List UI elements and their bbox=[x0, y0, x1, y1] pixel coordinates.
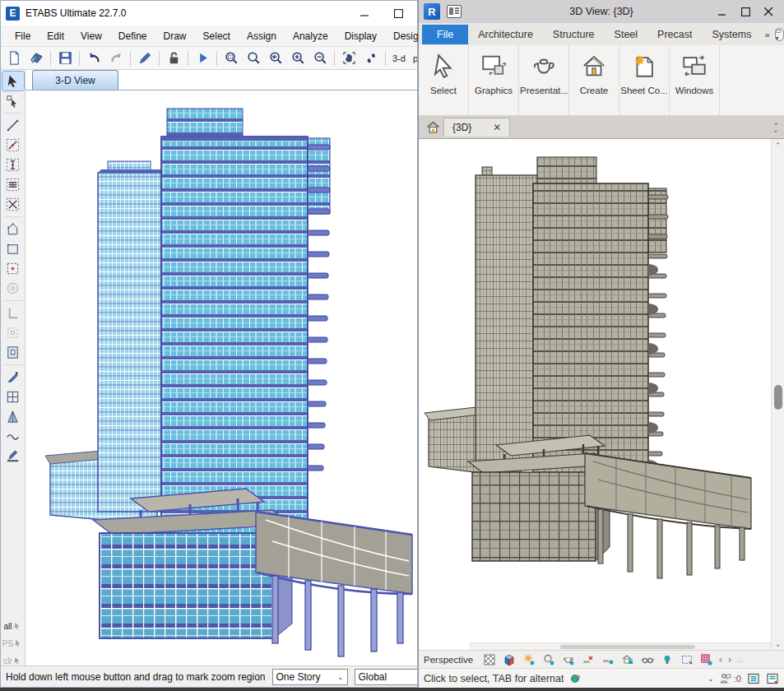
undo-button[interactable] bbox=[84, 49, 104, 68]
draw-poly-area-button[interactable] bbox=[2, 220, 24, 239]
prev-view-icon[interactable]: ‹ bbox=[719, 654, 722, 665]
selection-box-icon[interactable] bbox=[680, 652, 694, 666]
draw-wall-opening-button[interactable] bbox=[2, 343, 24, 362]
ribbon-tab-structure[interactable]: Structure bbox=[543, 25, 605, 44]
etabs-titlebar[interactable]: E ETABS Ultimate 22.7.0 bbox=[1, 1, 417, 26]
panel-select[interactable]: Select bbox=[419, 45, 469, 115]
redo-button[interactable] bbox=[106, 49, 126, 68]
menu-select[interactable]: Select bbox=[196, 28, 238, 44]
draw-circle-button[interactable] bbox=[2, 279, 24, 298]
horizontal-scrollbar[interactable] bbox=[470, 642, 771, 650]
revit-logo-icon[interactable]: R bbox=[424, 3, 440, 20]
ribbon-tab-file[interactable]: File bbox=[422, 25, 468, 44]
select-all-button[interactable]: all bbox=[3, 614, 21, 631]
restore-full-view-button[interactable] bbox=[244, 49, 263, 68]
draw-curve-button[interactable] bbox=[2, 427, 24, 446]
scroll-up-icon[interactable]: ⌃ bbox=[772, 139, 784, 152]
crop-region-icon[interactable] bbox=[601, 652, 615, 666]
zoom-out-button[interactable] bbox=[310, 49, 330, 68]
panel-presentation[interactable]: Presentat... bbox=[519, 45, 569, 115]
edit-pencil-button[interactable] bbox=[135, 49, 155, 68]
vscroll-thumb[interactable] bbox=[774, 385, 782, 410]
home-button[interactable] bbox=[422, 118, 443, 137]
draw-ramp-button[interactable] bbox=[2, 407, 24, 426]
menu-view[interactable]: View bbox=[73, 28, 109, 44]
draw-area-opening-button[interactable] bbox=[2, 323, 24, 342]
open-model-button[interactable] bbox=[26, 49, 46, 68]
draw-beam-button[interactable] bbox=[2, 175, 24, 194]
ribbon-tab-architecture[interactable]: Architecture bbox=[468, 25, 543, 44]
save-button[interactable] bbox=[55, 49, 75, 68]
ribbon-tab-systems[interactable]: Systems bbox=[702, 25, 761, 44]
render-icon[interactable] bbox=[561, 652, 575, 666]
panel-graphics[interactable]: Graphics bbox=[469, 45, 519, 115]
ribbon-overflow-button[interactable]: » bbox=[764, 30, 768, 39]
perspective-label[interactable]: Perspective bbox=[424, 655, 473, 665]
temporary-hide-icon[interactable] bbox=[640, 652, 654, 666]
draw-frame-button[interactable] bbox=[2, 136, 24, 155]
sun-path-icon[interactable] bbox=[522, 652, 536, 666]
status-dropdown-icon[interactable]: ⌄ bbox=[707, 675, 714, 683]
scroll-down-icon[interactable]: ⌃ bbox=[772, 637, 784, 650]
etabs-minimize-button[interactable] bbox=[350, 4, 378, 22]
menu-assign[interactable]: Assign bbox=[239, 28, 284, 44]
view-scale-icon[interactable] bbox=[482, 652, 496, 666]
coordinate-system-dropdown[interactable]: Global⌄ bbox=[355, 669, 417, 685]
menu-display[interactable]: Display bbox=[337, 28, 384, 44]
draw-rect-area-button[interactable] bbox=[2, 239, 24, 258]
ribbon-tab-steel[interactable]: Steel bbox=[605, 25, 648, 44]
menu-draw[interactable]: Draw bbox=[156, 28, 194, 44]
view-3d-button[interactable]: 3-d bbox=[390, 53, 408, 63]
revit-titlebar[interactable]: R 3D View: {3D} bbox=[419, 0, 784, 23]
crop-view-off-icon[interactable] bbox=[581, 652, 595, 666]
draw-column-button[interactable] bbox=[2, 155, 24, 174]
close-view-icon[interactable]: ✕ bbox=[493, 122, 501, 133]
revit-maximize-button[interactable] bbox=[735, 3, 756, 20]
rubber-band-zoom-button[interactable] bbox=[221, 49, 241, 68]
panel-windows[interactable]: Windows bbox=[670, 45, 720, 115]
next-view-icon[interactable]: › bbox=[728, 654, 731, 665]
story-mode-dropdown[interactable]: One Story⌄ bbox=[272, 669, 348, 685]
draw-brace-button[interactable] bbox=[2, 195, 24, 214]
lock-model-button[interactable] bbox=[164, 49, 183, 68]
new-model-button[interactable] bbox=[4, 49, 24, 68]
panel-create[interactable]: Create bbox=[569, 45, 619, 115]
reshape-object-button[interactable] bbox=[2, 91, 24, 110]
menu-file[interactable]: File bbox=[7, 28, 38, 44]
walkthrough-button[interactable] bbox=[361, 49, 381, 68]
menu-define[interactable]: Define bbox=[111, 28, 155, 44]
properties-palette-icon[interactable] bbox=[447, 5, 462, 18]
visual-style-icon[interactable] bbox=[502, 652, 516, 666]
draw-wall-stack-button[interactable] bbox=[2, 304, 24, 322]
edit-list-icon[interactable] bbox=[765, 671, 779, 685]
revit-minimize-button[interactable] bbox=[712, 3, 733, 20]
hscroll-thumb[interactable] bbox=[560, 645, 696, 649]
filter-list-icon[interactable] bbox=[746, 671, 760, 685]
etabs-3d-viewport[interactable]: 3-D View bbox=[26, 70, 417, 665]
plan-view-button[interactable]: plan bbox=[411, 53, 417, 64]
draw-spandrel-button[interactable] bbox=[2, 368, 24, 387]
view-tab-3d[interactable]: {3D} ✕ bbox=[443, 118, 510, 137]
panel-sheet-composition[interactable]: Sheet Co... bbox=[619, 45, 670, 115]
pan-button[interactable] bbox=[339, 49, 359, 68]
draw-joint-button[interactable] bbox=[2, 116, 24, 135]
clear-selection-button[interactable]: clr bbox=[3, 649, 22, 665]
revit-3d-viewport[interactable]: ⌃ ⌃ bbox=[419, 138, 784, 650]
draw-window-button[interactable] bbox=[2, 387, 24, 406]
vertical-scrollbar[interactable]: ⌃ ⌃ bbox=[771, 139, 784, 650]
shadows-icon[interactable] bbox=[541, 652, 555, 666]
zoom-in-button[interactable] bbox=[288, 49, 308, 68]
etabs-view-tab[interactable]: 3-D View bbox=[32, 70, 118, 90]
view-tab-overflow-icon[interactable]: ⌃⌃ bbox=[772, 124, 779, 131]
selection-filter[interactable]: :0 bbox=[719, 672, 741, 685]
revit-close-button[interactable] bbox=[758, 3, 779, 20]
ribbon-display-toggle[interactable]: ▭ ▾ bbox=[775, 28, 784, 41]
run-analysis-button[interactable] bbox=[193, 49, 212, 68]
select-previous-button[interactable]: PS bbox=[2, 632, 23, 648]
etabs-maximize-button[interactable] bbox=[384, 4, 412, 22]
menu-analyze[interactable]: Analyze bbox=[285, 28, 336, 44]
menu-edit[interactable]: Edit bbox=[39, 28, 72, 44]
ribbon-tab-precast[interactable]: Precast bbox=[647, 25, 702, 44]
reveal-hidden-icon[interactable] bbox=[660, 652, 674, 666]
displace-elements-icon[interactable] bbox=[699, 652, 713, 666]
